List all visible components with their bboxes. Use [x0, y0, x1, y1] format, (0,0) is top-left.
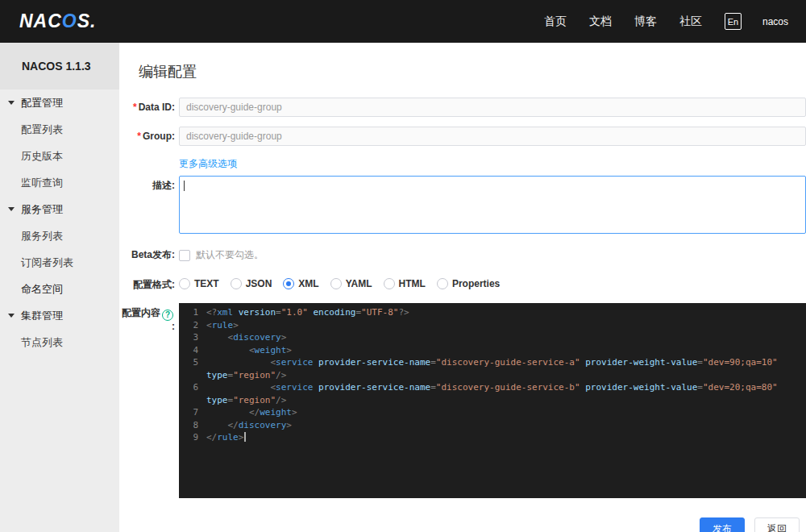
editor-line-4: 4 <weight> [179, 344, 806, 357]
line-number: 8 [179, 419, 206, 432]
radio-label: TEXT [194, 278, 219, 289]
beta-checkbox[interactable] [179, 250, 190, 261]
radio-icon [179, 278, 190, 289]
beta-hint: 默认不要勾选。 [196, 248, 264, 262]
sidebar-item-subscriber-list[interactable]: 订阅者列表 [0, 249, 119, 276]
advanced-options-link[interactable]: 更多高级选项 [179, 158, 237, 169]
format-radio-html[interactable]: HTML [384, 278, 426, 289]
action-buttons: 发布 返回 [119, 508, 806, 532]
sidebar-group-cluster-management[interactable]: 集群管理 [0, 302, 119, 329]
editor-line-3: 3 <discovery> [179, 331, 806, 344]
topnav-link-community[interactable]: 社区 [679, 15, 702, 29]
description-row: 描述: [119, 176, 806, 234]
data-id-row: *Data ID: [119, 98, 806, 117]
sidebar-group-label: 配置管理 [21, 96, 63, 110]
code-text: </rule> [206, 431, 806, 444]
config-content-label: 配置内容?: [119, 303, 179, 332]
radio-icon [231, 278, 242, 289]
description-label: 描述: [119, 176, 179, 191]
format-radio-yaml[interactable]: YAML [330, 278, 372, 289]
line-number: 1 [179, 306, 206, 319]
main-content: 编辑配置 *Data ID: *Group: 更多高级选项 描述: [119, 43, 806, 532]
description-textarea[interactable] [179, 176, 806, 234]
code-text: <service provider-service-name="discover… [206, 356, 806, 381]
radio-icon [283, 278, 294, 289]
line-number: 5 [179, 356, 206, 381]
sidebar-menu: 配置管理配置列表历史版本监听查询服务管理服务列表订阅者列表命名空间集群管理节点列… [0, 89, 119, 355]
editor-cursor [244, 432, 246, 442]
format-radio-properties[interactable]: Properties [437, 278, 500, 289]
line-number: 6 [179, 381, 206, 406]
logo-text-nac: NAC [19, 10, 62, 31]
format-radio-xml[interactable]: XML [283, 278, 318, 289]
beta-label: Beta发布: [119, 245, 179, 260]
group-row: *Group: [119, 127, 806, 146]
radio-label: XML [298, 278, 318, 289]
sidebar-group-label: 服务管理 [21, 202, 63, 217]
sidebar-item-service-list[interactable]: 服务列表 [0, 222, 119, 249]
topbar: NACOS. 首页文档博客社区 En nacos [0, 0, 806, 43]
publish-button[interactable]: 发布 [700, 517, 745, 532]
editor-line-6: 6 <service provider-service-name="discov… [179, 381, 806, 406]
code-text: </weight> [206, 406, 806, 419]
code-text: <?xml version="1.0" encoding="UTF-8"?> [206, 306, 806, 319]
radio-icon [437, 278, 448, 289]
radio-label: HTML [399, 278, 426, 289]
code-text: </discovery> [206, 419, 806, 432]
group-input [179, 127, 806, 146]
editor-line-5: 5 <service provider-service-name="discov… [179, 356, 806, 381]
line-number: 9 [179, 431, 206, 444]
sidebar-group-config-management[interactable]: 配置管理 [0, 89, 119, 116]
help-icon[interactable]: ? [162, 310, 173, 321]
page-title: 编辑配置 [139, 62, 806, 81]
logo-text-o: O [62, 10, 77, 31]
sidebar-version-title: NACOS 1.1.3 [0, 43, 119, 89]
caret-down-icon [8, 207, 15, 211]
sidebar-item-node-list[interactable]: 节点列表 [0, 329, 119, 355]
topnav-link-docs[interactable]: 文档 [589, 15, 612, 29]
required-star: * [133, 102, 137, 113]
data-id-input [179, 98, 806, 117]
config-content-editor[interactable]: 1<?xml version="1.0" encoding="UTF-8"?>2… [179, 303, 806, 498]
sidebar-item-history-versions[interactable]: 历史版本 [0, 143, 119, 169]
sidebar-group-namespace[interactable]: 命名空间 [0, 276, 119, 302]
group-label: *Group: [119, 127, 179, 142]
caret-down-icon [8, 314, 15, 318]
beta-row: Beta发布: 默认不要勾选。 [119, 245, 806, 262]
sidebar-group-label: 命名空间 [21, 282, 63, 297]
format-row: 配置格式: TEXTJSONXMLYAMLHTMLProperties [119, 275, 806, 290]
logo-text-s: S. [77, 10, 97, 31]
radio-label: JSON [246, 278, 272, 289]
format-label: 配置格式: [119, 275, 179, 290]
data-id-label: *Data ID: [119, 98, 179, 113]
nacos-logo[interactable]: NACOS. [19, 10, 96, 32]
topnav-link-blog[interactable]: 博客 [634, 15, 657, 29]
radio-icon [330, 278, 342, 289]
sidebar-item-config-list[interactable]: 配置列表 [0, 116, 119, 143]
editor-line-8: 8 </discovery> [179, 419, 806, 432]
sidebar-group-service-management[interactable]: 服务管理 [0, 196, 119, 222]
code-text: <discovery> [206, 331, 806, 344]
line-number: 2 [179, 319, 206, 332]
code-text: <service provider-service-name="discover… [206, 381, 806, 406]
username[interactable]: nacos [762, 16, 788, 27]
sidebar-item-listening-query[interactable]: 监听查询 [0, 169, 119, 196]
required-star: * [137, 131, 141, 142]
advanced-options-row: 更多高级选项 [119, 156, 806, 171]
content-row: 配置内容?: 1<?xml version="1.0" encoding="UT… [119, 303, 806, 498]
back-button[interactable]: 返回 [754, 517, 800, 532]
caret-down-icon [8, 101, 15, 105]
language-toggle-button[interactable]: En [725, 13, 742, 30]
code-text: <weight> [206, 344, 806, 357]
edit-config-form: *Data ID: *Group: 更多高级选项 描述: [119, 98, 806, 508]
editor-line-9: 9</rule> [179, 431, 806, 444]
format-radio-json[interactable]: JSON [231, 278, 272, 289]
sidebar-group-label: 集群管理 [21, 309, 63, 323]
editor-line-1: 1<?xml version="1.0" encoding="UTF-8"?> [179, 306, 806, 319]
nacos-console: NACOS. 首页文档博客社区 En nacos NACOS 1.1.3 配置管… [0, 0, 806, 532]
editor-line-2: 2<rule> [179, 319, 806, 332]
topnav-link-home[interactable]: 首页 [544, 15, 567, 29]
format-radio-text[interactable]: TEXT [179, 278, 219, 289]
editor-line-7: 7 </weight> [179, 406, 806, 419]
sidebar: NACOS 1.1.3 配置管理配置列表历史版本监听查询服务管理服务列表订阅者列… [0, 43, 119, 532]
